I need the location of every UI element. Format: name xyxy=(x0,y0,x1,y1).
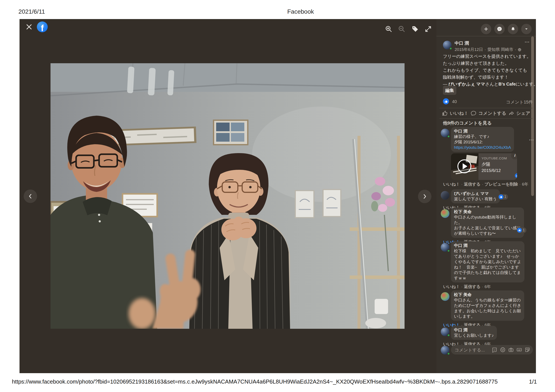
comment-avatar[interactable] xyxy=(441,328,449,336)
comment-action-button[interactable]: コメントする xyxy=(471,110,506,116)
comment-author[interactable]: 中口 潤 xyxy=(454,328,494,333)
notifications-button[interactable] xyxy=(508,24,518,34)
video-thumbnail: 夕陽 xyxy=(451,153,478,180)
emoji-icon[interactable] xyxy=(500,347,506,353)
previous-photo-button[interactable] xyxy=(24,190,37,203)
comment-menu-button[interactable]: ••• xyxy=(529,138,534,142)
comment-text-line: ので子供たちと戯れては自慢してま xyxy=(454,270,521,275)
link-info-button[interactable]: i xyxy=(511,153,517,159)
post-date[interactable]: 2015年6月12日 xyxy=(455,47,483,52)
youtube-preview-card[interactable]: 夕陽 YOUTUBE.COM 夕陽 2015/6/12 i xyxy=(451,153,517,180)
sticker-icon[interactable] xyxy=(525,347,530,353)
post-text-line: フリーの練習スペースを提供されています。 xyxy=(443,53,538,60)
comment-input[interactable]: コメントする... GIF xyxy=(451,345,533,355)
comment-bubble-icon xyxy=(471,110,476,116)
tag-suffix: にいます。 xyxy=(516,82,538,86)
zoom-in-button[interactable] xyxy=(384,25,393,33)
separator: · xyxy=(460,182,464,186)
video-date: 2015/6/12 xyxy=(482,168,507,173)
comment-reply-link[interactable]: 返信する xyxy=(464,182,481,186)
share-action-button[interactable]: シェア xyxy=(509,110,530,116)
comment-text-line: 楽しんで下さい 有難う xyxy=(454,196,497,202)
like-count[interactable]: 40 xyxy=(452,99,457,104)
comment-reply-link[interactable]: 返信する xyxy=(464,284,481,289)
post-menu-button[interactable]: ••• xyxy=(525,40,530,43)
tagged-place[interactable]: B's Cafe xyxy=(498,82,516,86)
view-more-comments-link[interactable]: 他9件のコメントを見る xyxy=(443,120,492,126)
comment-like-link[interactable]: いいね！ xyxy=(443,182,460,186)
tag-photo-button[interactable] xyxy=(411,25,419,33)
comment-author[interactable]: 中口 潤 xyxy=(454,129,511,134)
comment-avatar[interactable] xyxy=(441,243,449,252)
comment-bubble: 松下 美命 中口さんのyutube動画等拝しまし た。 お子さんと楽しんで音楽し… xyxy=(451,207,524,238)
online-indicator xyxy=(447,249,450,252)
comment-text-line: が素晴らしいですね〜 xyxy=(454,231,521,236)
print-date: 2021/6/11 xyxy=(18,8,45,15)
facebook-logo[interactable]: f xyxy=(37,21,48,32)
share-arrow-icon xyxy=(509,110,514,116)
like-action-button[interactable]: いいね！ xyxy=(442,110,468,116)
account-menu-button[interactable] xyxy=(521,24,532,34)
comment-author[interactable]: 中口 潤 xyxy=(454,243,521,248)
separator: · xyxy=(481,182,485,186)
gif-icon[interactable]: GIF xyxy=(516,347,522,353)
close-button[interactable] xyxy=(24,22,34,32)
fullscreen-button[interactable] xyxy=(424,25,432,33)
edit-button[interactable]: 編集 xyxy=(443,86,456,95)
post-author-name[interactable]: 中口 潤 xyxy=(455,40,469,46)
comment: 松下 美命 中口さん、うちの娘もギター練習の ためにびーずカフェさんによく行き … xyxy=(440,290,533,328)
comment-like-badge[interactable]: 1 xyxy=(517,228,526,233)
comment-author[interactable]: 松下 美命 xyxy=(454,209,521,214)
share-action-label: シェア xyxy=(516,110,530,116)
comment-avatar[interactable] xyxy=(441,129,449,137)
separator: · xyxy=(518,182,522,186)
video-title[interactable]: 夕陽 xyxy=(482,161,507,167)
comment-text-line: ためにびーずカフェさんによく行き xyxy=(454,303,521,308)
comment-like-link[interactable]: いいね！ xyxy=(443,284,460,289)
facebook-f-icon: f xyxy=(41,24,44,32)
badge-count: 1 xyxy=(504,195,506,199)
comment-author[interactable]: 松下 美命 xyxy=(454,292,521,297)
thumb-up-outline-icon xyxy=(442,110,448,116)
svg-text:GIF: GIF xyxy=(518,349,521,351)
comment-input-placeholder: コメントする... xyxy=(455,347,485,353)
meta-separator: · xyxy=(485,47,486,52)
comment-time[interactable]: 6年 xyxy=(522,182,528,186)
post-actions: いいね！ コメントする シェア xyxy=(442,109,530,117)
comment-link[interactable]: https://youtu.be/C00h2O4uXbA xyxy=(454,145,511,150)
post-author-avatar[interactable] xyxy=(443,41,452,49)
comment-author[interactable]: びいずかふぇ ママ xyxy=(454,191,497,196)
next-photo-button[interactable] xyxy=(418,190,431,203)
video-info: YOUTUBE.COM 夕陽 2015/6/12 xyxy=(478,153,507,180)
zoom-out-button[interactable] xyxy=(397,25,406,33)
comment-like-badge[interactable]: 1 xyxy=(514,173,517,178)
separator: · xyxy=(460,284,464,289)
comment: 中口 潤 練習の様子、です♪ 夕陽 2015/6/12: https://you… xyxy=(440,127,533,187)
post-text: フリーの練習スペースを提供されています。 たっぷり練習させて頂きました。 これか… xyxy=(443,53,538,87)
create-button[interactable] xyxy=(481,24,491,34)
video-thumbnail-art: 夕陽 xyxy=(451,153,478,180)
remove-preview-link[interactable]: プレビューを削除 xyxy=(485,182,518,186)
comment-time[interactable]: 6年 xyxy=(485,284,491,289)
messenger-button[interactable] xyxy=(494,24,505,34)
post-location[interactable]: 愛知県 岡崎市 xyxy=(487,47,513,52)
avatar-sticker-icon[interactable] xyxy=(492,347,497,353)
camera-icon[interactable] xyxy=(508,347,514,353)
zoom-in-icon xyxy=(385,25,393,33)
comment-avatar[interactable] xyxy=(441,191,449,200)
comment-avatar[interactable] xyxy=(441,209,449,218)
photo-image[interactable] xyxy=(51,63,405,329)
expand-icon xyxy=(424,25,432,33)
comment-bubble: 中口 潤 宜しくお願いします♪ xyxy=(451,326,497,340)
comment-text-line: てありがとうございます♪ せっか xyxy=(454,254,521,259)
print-page-number: 1/1 xyxy=(529,378,537,385)
comment-like-badge[interactable]: 1 xyxy=(498,194,508,200)
comment-text-line: 練習の様子、です♪ xyxy=(454,134,511,139)
comment-text-line: すｗｗ xyxy=(454,275,521,281)
comment-avatar[interactable] xyxy=(441,292,449,301)
print-title: Facebook xyxy=(287,8,314,15)
facebook-photo-viewer: f xyxy=(20,19,536,373)
comments-count[interactable]: コメント15件 xyxy=(506,99,533,105)
thumb-up-icon xyxy=(445,100,448,103)
comment-bubble: 中口 潤 松下様 初めまして 見ていただい てありがとうございます♪ せっか く… xyxy=(451,241,525,282)
